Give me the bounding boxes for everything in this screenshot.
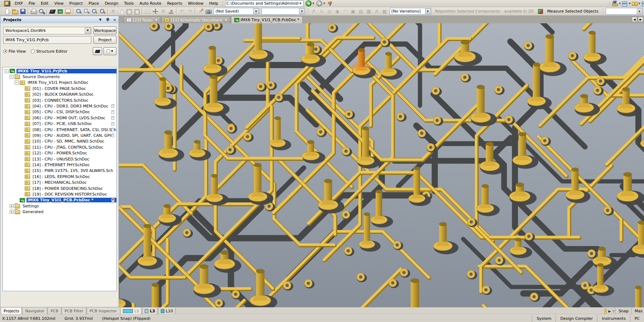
tree-item-15-pwr-1v375-1v5-3v0-always-sch[interactable]: [15] - PWR 1V375, 1V5, 3V0 ALWAYS.Sch: [3, 168, 116, 174]
chevron-down-icon[interactable]: ▼: [629, 2, 630, 5]
tree-item-imx6-tiny-v1i1-pcb-pcbdoc[interactable]: iMX6 Tiny_V1I1_PCB.PcbDoc *: [3, 197, 116, 203]
clipped-tool-icon[interactable]: [641, 1, 644, 6]
menu-window[interactable]: Window: [185, 0, 206, 6]
chevron-down-icon[interactable]: ▼: [298, 2, 302, 5]
zoom-document-icon[interactable]: [75, 8, 82, 15]
tree-item-14-ethernet-phy-schdoc[interactable]: [14] - ETHERNET PHY.SchDoc: [3, 162, 116, 168]
route-tool-icon-9[interactable]: ▩: [381, 8, 388, 15]
workspace-button[interactable]: Workspace: [93, 27, 116, 34]
chevron-down-icon[interactable]: ▼: [425, 9, 431, 14]
tree-item-16-leds-eeprom-schdoc[interactable]: [16] - LEDS, EEPROM.SchDoc: [3, 174, 116, 179]
view-3d-icon[interactable]: [49, 8, 56, 15]
back-button[interactable]: [306, 0, 312, 6]
play-icon[interactable]: ▶: [608, 309, 612, 313]
print-icon[interactable]: [30, 8, 37, 15]
save-document-icon[interactable]: [19, 8, 27, 15]
tree-item-11-cpu-jtag-control-schdoc[interactable]: [11] - CPU - JTAG, CONTROL.SchDoc: [3, 144, 116, 150]
route-tool-icon-5[interactable]: ▣: [350, 8, 357, 15]
layer-tab-l3[interactable]: L3: [142, 308, 158, 314]
menu-place[interactable]: Place: [86, 0, 102, 6]
show-3d-button[interactable]: [93, 47, 102, 55]
toolbar-grip[interactable]: [1, 1, 3, 6]
paste-icon[interactable]: [125, 8, 133, 15]
toolbar-grip[interactable]: [602, 8, 604, 15]
mask-level-button[interactable]: Mas: [631, 308, 643, 314]
status-panel-pc[interactable]: PC: [630, 315, 644, 322]
route-tool-icon-7[interactable]: ▦: [365, 8, 373, 15]
workspace-combo[interactable]: Workspace1.DsnWrk ▼: [3, 27, 91, 34]
new-document-icon[interactable]: [4, 8, 11, 15]
chevron-down-icon[interactable]: ▼: [639, 2, 640, 5]
copy-icon[interactable]: [117, 8, 125, 15]
tree-item-generated[interactable]: +Generated: [3, 209, 116, 215]
back-history-dropdown[interactable]: ▼: [312, 2, 314, 5]
panel-tab-pcb-inspector[interactable]: PCB Inspector: [87, 308, 120, 314]
menu-project[interactable]: Project: [66, 0, 86, 6]
chevron-down-icon[interactable]: ▼: [85, 28, 91, 34]
snap-button[interactable]: Snap: [615, 308, 631, 314]
tree-expander-icon[interactable]: −: [10, 75, 14, 79]
route-tool-icon-8[interactable]: A: [373, 8, 380, 15]
home-icon[interactable]: [327, 1, 333, 6]
tree-item-08-cpu-ethernet-sata-csi-dsi-sch[interactable]: [08] - CPU - ETHERNET, SATA, CSI, DSI.Sc…: [3, 127, 116, 133]
toolbar-grip[interactable]: [307, 8, 308, 15]
cut-icon[interactable]: [110, 8, 117, 15]
snapshot-icon[interactable]: [205, 8, 212, 15]
panel-tab-pcb-filter[interactable]: PCB Filter: [62, 308, 86, 314]
forward-history-dropdown[interactable]: ▼: [323, 2, 325, 5]
reposition-components-button[interactable]: Reposition Selected Components - availab…: [432, 9, 537, 14]
layer-tab-l10[interactable]: L10: [158, 308, 176, 314]
tree-item-03-connectors-schdoc[interactable]: [03] - CONNECTORS.SchDoc: [3, 97, 116, 103]
panel-tab-navigator[interactable]: Navigator: [22, 308, 47, 314]
menu-dxp[interactable]: DXP: [12, 0, 26, 6]
tree-item-imx6-tiny-v1i1-project-schdoc[interactable]: −iMX6 Tiny_V1I1 Project.SchDoc: [3, 80, 116, 86]
tree-item-17-mechanical-schdoc[interactable]: [17] - MECHANICAL.SchDoc: [3, 179, 116, 185]
tree-item-imx6-tiny-v1i1-prjpcb[interactable]: −iMX6 Tiny_V1I1.PrjPcb: [3, 68, 116, 74]
open-document-icon[interactable]: [11, 8, 19, 15]
tree-expander-icon[interactable]: −: [5, 69, 9, 73]
route-tool-icon-6[interactable]: ▤: [357, 8, 365, 15]
find-binoculars-icon[interactable]: [631, 1, 638, 6]
layer-tab-ls[interactable]: LS: [120, 308, 141, 314]
route-tool-icon-0[interactable]: ↱: [310, 8, 317, 15]
cross-select-icon[interactable]: [537, 8, 544, 15]
menu-edit[interactable]: Edit: [38, 0, 51, 6]
tree-item-01-cover-page-schdoc[interactable]: [01] - COVER PAGE.SchDoc: [3, 86, 116, 91]
status-panel-system[interactable]: System: [532, 315, 556, 322]
tree-item-18-power-sequencing-schdoc[interactable]: [18] - POWER SEQUENCING.SchDoc: [3, 186, 116, 191]
tree-item-06-cpu-hdmi-out-lvds-schdoc[interactable]: [06] - CPU - HDMI OUT, LVDS.SchDoc: [3, 115, 116, 121]
project-name-field[interactable]: iMX6 Tiny_V1I1.PrjPcb: [3, 36, 91, 44]
tree-expander-icon[interactable]: −: [15, 81, 19, 85]
menu-file[interactable]: File: [26, 0, 38, 6]
print-preview-icon[interactable]: [38, 8, 45, 15]
pcb-3d-view[interactable]: [119, 23, 644, 307]
tree-item-10-cpu-sd-mmc-nand-schdoc[interactable]: [10] - CPU - SD, MMC, NAND.SchDoc: [3, 139, 116, 144]
project-button[interactable]: Project: [93, 36, 116, 44]
wizard-icon[interactable]: [197, 8, 204, 15]
panel-tab-pcb[interactable]: PCB: [48, 308, 61, 314]
panel-pin-icon[interactable]: [105, 17, 110, 22]
menu-tools[interactable]: Tools: [121, 0, 136, 6]
redo-icon[interactable]: ↷: [186, 8, 193, 15]
document-path-combo[interactable]: C:\Documents and Settings\Administra ▼: [225, 0, 303, 7]
tree-item-04-cpu-ddr3-ddr3-mem-schdoc[interactable]: [04] - CPU - DDR3, DDR3 MEM.SchDoc: [3, 103, 116, 109]
zoom-filter-icon[interactable]: [99, 8, 106, 15]
measure-objects-button[interactable]: Measure Selected Objects: [544, 9, 601, 14]
route-tool-icon-3[interactable]: ◉: [334, 8, 341, 15]
tab-scroll-right-icon[interactable]: ▶: [638, 17, 643, 22]
chevron-down-icon[interactable]: ▼: [225, 19, 227, 21]
cross-probe-icon[interactable]: [160, 8, 167, 15]
document-options-button[interactable]: ▼: [104, 47, 116, 55]
panel-close-icon[interactable]: ×: [112, 17, 117, 22]
chevron-down-icon[interactable]: ▼: [619, 2, 621, 5]
variations-combo[interactable]: [No Variations] ▼: [390, 8, 431, 15]
workspace-panels-icon[interactable]: [64, 8, 72, 15]
doc-tab-23-tasks[interactable]: [23] Tasks▼: [123, 16, 160, 23]
zoom-selected-icon[interactable]: [91, 8, 98, 15]
tree-item-05-cpu-csi-disp-schdoc[interactable]: [05] - CPU - CSI, DISP.SchDoc: [3, 109, 116, 115]
route-tool-icon-4[interactable]: ◠: [342, 8, 349, 15]
route-tool-icon-1[interactable]: ↳: [318, 8, 325, 15]
chevron-down-icon[interactable]: ▼: [253, 9, 259, 14]
tree-item-19-doc-revision-history-schdoc[interactable]: [19] - DOC REVISION HISTORY.SchDoc: [3, 191, 116, 197]
tree-item-12-cpu-power-schdoc[interactable]: [12] - CPU - POWER.SchDoc: [3, 150, 116, 156]
